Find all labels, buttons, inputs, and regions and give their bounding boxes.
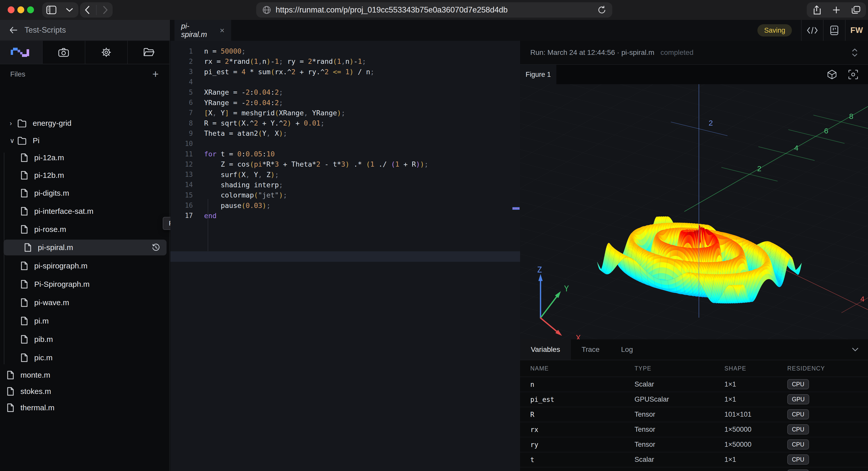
code-line-3[interactable]: 3pi_est = 4 * sum(rx.^2 + ry.^2 <= 1) / …	[170, 67, 520, 77]
code-editor[interactable]: 1n = 50000;2rx = 2*rand(1,n)-1; ry = 2*r…	[170, 41, 520, 471]
run-status-bar[interactable]: Run: March 24 at 12:44:56 · pi-spiral.m …	[520, 41, 868, 65]
indent-guide	[208, 199, 208, 251]
variable-shape: 1×1	[724, 380, 787, 388]
code-line-6[interactable]: 6YRange = -2:0.04:2;	[170, 98, 520, 108]
code-line-13[interactable]: 13 surf(X, Y, Z);	[170, 169, 520, 180]
code-line-11[interactable]: 11for t = 0:0.05:10	[170, 149, 520, 159]
window-close-button[interactable]	[8, 6, 14, 13]
tree-item-thermal.m[interactable]: thermal.m	[0, 400, 170, 416]
tree-item-Pi-Spirograph.m[interactable]: Pi-Spirograph.m	[0, 276, 170, 292]
tree-item-pi-digits.m[interactable]: pi-digits.m	[0, 185, 170, 201]
code-line-17[interactable]: 17end	[170, 210, 520, 221]
tree-item-pi-12a.m[interactable]: pi-12a.m	[0, 150, 170, 166]
share-icon[interactable]	[811, 5, 822, 15]
variable-row-ry[interactable]: ry Tensor 1×50000 CPU	[520, 437, 868, 452]
code-line-9[interactable]: 9Theta = atan2(Y, X);	[170, 128, 520, 139]
variable-row-n[interactable]: n Scalar 1×1 CPU	[520, 377, 868, 392]
vars-tab-log[interactable]: Log	[610, 339, 644, 360]
code-line-8[interactable]: 8R = sqrt(X.^2 + Y.^2) + 0.01;	[170, 118, 520, 128]
vars-tab-variables[interactable]: Variables	[520, 339, 571, 360]
history-icon[interactable]	[152, 243, 160, 251]
tree-item-pi-spiral.m[interactable]: pi-spiral.m	[4, 240, 166, 256]
file-icon	[21, 280, 34, 289]
browser-actions-group	[807, 2, 866, 18]
tree-item-label: Pi-Spirograph.m	[34, 280, 90, 289]
line-number: 9	[170, 130, 193, 137]
sidebar-tab-snapshot[interactable]	[43, 41, 85, 64]
reset-view-icon[interactable]	[848, 69, 858, 79]
file-tree: ›energy-grid∨Pipi-12a.mpi-12b.mpi-digits…	[0, 84, 170, 471]
forward-icon[interactable]	[100, 5, 111, 15]
code-view-icon[interactable]	[802, 27, 823, 34]
code-line-10[interactable]: 10	[170, 139, 520, 149]
tree-item-stokes.m[interactable]: stokes.m	[0, 383, 170, 399]
tab-overview-icon[interactable]	[851, 5, 861, 15]
file-icon	[21, 335, 34, 344]
tree-item-pi-12b.m[interactable]: pi-12b.m	[0, 167, 170, 183]
code-line-15[interactable]: 15 colormap("jet");	[170, 190, 520, 200]
sidebar-tab-settings[interactable]	[85, 41, 128, 64]
code-line-7[interactable]: 7[X, Y] = meshgrid(XRange, YRange);	[170, 108, 520, 118]
notebook-icon[interactable]	[824, 25, 845, 35]
tree-item-monte.m[interactable]: monte.m	[0, 367, 170, 383]
back-arrow-icon[interactable]	[9, 26, 18, 34]
tree-item-pi-wave.m[interactable]: pi-wave.m	[0, 295, 170, 310]
variable-type: Tensor	[634, 410, 724, 418]
tree-item-Pi[interactable]: ∨Pi	[0, 133, 170, 148]
variable-row-pi_est[interactable]: pi_est GPUScalar 1×1 GPU	[520, 392, 868, 407]
tree-item-pi-interface-sat.m[interactable]: pi-interface-sat.m	[0, 203, 170, 219]
code-line-12[interactable]: 12 Z = cos(pi*R*3 + Theta*2 - t*3) .* (1…	[170, 159, 520, 169]
run-status: completed	[660, 48, 693, 57]
code-line-5[interactable]: 5XRange = -2:0.04:2;	[170, 87, 520, 98]
tree-item-energy-grid[interactable]: ›energy-grid	[0, 115, 170, 131]
variable-type: Scalar	[634, 380, 724, 388]
chevron-down-icon[interactable]: ∨	[10, 137, 18, 145]
file-icon	[21, 353, 34, 362]
variable-row-rx[interactable]: rx Tensor 1×50000 CPU	[520, 422, 868, 437]
surface-plot-canvas[interactable]	[520, 84, 868, 339]
tree-item-pib.m[interactable]: pib.m	[0, 331, 170, 347]
reload-icon[interactable]	[597, 5, 606, 14]
code-line-4[interactable]: 4	[170, 77, 520, 87]
figure-tab[interactable]: Figure 1	[520, 65, 556, 84]
close-icon[interactable]: ×	[220, 26, 224, 34]
browser-sidebar-toggle[interactable]	[42, 2, 79, 18]
add-file-icon[interactable]: +	[152, 69, 159, 79]
line-number: 2	[170, 58, 193, 65]
code-line-14[interactable]: 14 shading interp;	[170, 180, 520, 190]
sidebar-tab-runmat[interactable]	[0, 41, 43, 64]
folder-open-icon	[143, 48, 155, 57]
folder-icon	[18, 136, 33, 145]
window-minimize-button[interactable]	[18, 6, 24, 13]
tree-item-pi.m[interactable]: pi.m	[0, 313, 170, 329]
variable-row-R[interactable]: R Tensor 101×101 CPU	[520, 407, 868, 422]
app-window: https://runmat.com/p/proj_019cc553343b75…	[0, 0, 868, 471]
collapse-panel-icon[interactable]	[851, 339, 868, 360]
run-selector-icon[interactable]	[851, 48, 858, 57]
chevron-right-icon[interactable]: ›	[10, 120, 18, 127]
chevron-down-icon	[64, 5, 74, 15]
window-zoom-button[interactable]	[27, 6, 34, 13]
sidebar-toggle-icon	[46, 5, 57, 15]
tree-item-pi-spirograph.m[interactable]: pi-spirograph.m	[0, 258, 170, 274]
code-line-2[interactable]: 2rx = 2*rand(1,n)-1; ry = 2*rand(1,n)-1;	[170, 56, 520, 67]
variable-row-Theta[interactable]: Theta Tensor 101×101 CPU	[520, 467, 868, 471]
file-icon	[21, 207, 34, 216]
residency-badge: CPU	[787, 379, 809, 389]
sidebar-tab-workspace[interactable]	[128, 41, 170, 64]
tree-item-label: pi-spiral.m	[38, 243, 73, 252]
variable-row-t[interactable]: t Scalar 1×1 CPU	[520, 452, 868, 467]
code-line-16[interactable]: 16 pause(0.03);	[170, 200, 520, 211]
tree-item-pic.m[interactable]: pic.m	[0, 350, 170, 366]
new-tab-icon[interactable]	[831, 5, 841, 15]
code-line-1[interactable]: 1n = 50000;	[170, 46, 520, 56]
open-file-tab[interactable]: pi-spiral.m ×	[175, 20, 231, 41]
vars-tab-trace[interactable]: Trace	[571, 339, 611, 360]
figure-viewport[interactable]	[520, 84, 868, 339]
avatar[interactable]: FW	[845, 26, 868, 35]
3d-view-icon[interactable]	[827, 69, 837, 79]
address-bar[interactable]: https://runmat.com/p/proj_019cc553343b75…	[256, 2, 612, 18]
line-number: 3	[170, 68, 193, 75]
tree-item-pi-rose.m[interactable]: pi-rose.m	[0, 222, 170, 237]
back-icon[interactable]	[82, 5, 92, 15]
